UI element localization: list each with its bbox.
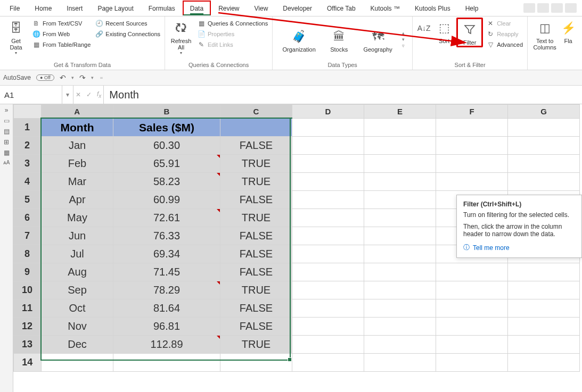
cell-E1[interactable] <box>364 118 436 137</box>
fx-icon[interactable]: fx <box>97 90 101 99</box>
cell-F1[interactable] <box>436 118 508 137</box>
cell-A7[interactable]: Jun <box>41 227 113 245</box>
cell-F9[interactable] <box>436 263 508 281</box>
cell-F11[interactable] <box>436 299 508 318</box>
cell-C2[interactable]: FALSE <box>220 137 292 155</box>
cell-E12[interactable] <box>364 318 436 336</box>
tab-insert[interactable]: Insert <box>59 1 90 15</box>
row-header-5[interactable]: 5 <box>14 191 42 209</box>
cell-A9[interactable]: Aug <box>41 263 113 281</box>
data-types-nav[interactable]: ▴▾▿ <box>402 30 405 48</box>
cell-G14[interactable] <box>508 354 580 372</box>
row-header-10[interactable]: 10 <box>14 281 42 299</box>
cell-D8[interactable] <box>292 245 364 263</box>
row-header-4[interactable]: 4 <box>14 173 42 191</box>
tab-office-tab[interactable]: Office Tab <box>319 1 363 15</box>
cell-E3[interactable] <box>364 155 436 173</box>
cell-G9[interactable] <box>508 263 580 281</box>
cell-B4[interactable]: 58.23 <box>113 173 220 191</box>
cell-B3[interactable]: 65.91 <box>113 155 220 173</box>
cell-D13[interactable] <box>292 336 364 354</box>
cell-D14[interactable] <box>292 354 364 372</box>
enter-icon[interactable]: ✓ <box>86 91 92 98</box>
cell-B11[interactable]: 81.64 <box>113 299 220 318</box>
cell-D12[interactable] <box>292 318 364 336</box>
filter-button[interactable]: Filter <box>459 19 480 46</box>
recent-sources-button[interactable]: 🕘Recent Sources <box>94 19 161 28</box>
row-header-13[interactable]: 13 <box>14 336 42 354</box>
edit-links-button[interactable]: ✎Edit Links <box>196 40 269 49</box>
cell-E6[interactable] <box>364 209 436 227</box>
from-table-range-button[interactable]: ▦From Table/Range <box>31 40 92 49</box>
cell-B10[interactable]: 78.29 <box>113 281 220 299</box>
cell-A4[interactable]: Mar <box>41 173 113 191</box>
qat-dropdown[interactable]: ▾ <box>71 75 74 80</box>
col-header-G[interactable]: G <box>508 105 580 119</box>
cell-C11[interactable]: FALSE <box>220 299 292 318</box>
cell-G2[interactable] <box>508 137 580 155</box>
cell-C6[interactable]: TRUE <box>220 209 292 227</box>
cell-B14[interactable] <box>113 354 220 372</box>
row-header-7[interactable]: 7 <box>14 227 42 245</box>
cell-G4[interactable] <box>508 173 580 191</box>
row-header-6[interactable]: 6 <box>14 209 42 227</box>
cell-F12[interactable] <box>436 318 508 336</box>
cell-C1[interactable] <box>220 118 292 137</box>
cell-D9[interactable] <box>292 263 364 281</box>
cell-A10[interactable]: Sep <box>41 281 113 299</box>
col-header-A[interactable]: A <box>41 105 113 119</box>
cell-B12[interactable]: 96.81 <box>113 318 220 336</box>
cell-F14[interactable] <box>436 354 508 372</box>
sort-button[interactable]: ⬚Sort <box>434 18 454 44</box>
reapply-button[interactable]: ↻Reapply <box>485 29 524 39</box>
cell-E2[interactable] <box>364 137 436 155</box>
get-data-button[interactable]: 🗄 Get Data ▾ <box>3 18 29 55</box>
pane-icon[interactable]: ⊞ <box>4 138 9 146</box>
col-header-C[interactable]: C <box>220 105 292 119</box>
select-all-corner[interactable] <box>14 105 42 119</box>
cell-B2[interactable]: 60.30 <box>113 137 220 155</box>
cancel-icon[interactable]: ✕ <box>76 91 81 98</box>
formula-content[interactable]: Month <box>104 86 582 104</box>
comment-indicator[interactable] <box>217 209 220 212</box>
row-header-12[interactable]: 12 <box>14 318 42 336</box>
cell-A13[interactable]: Dec <box>41 336 113 354</box>
organization-button[interactable]: 🧳Organization <box>281 26 318 53</box>
cell-D5[interactable] <box>292 191 364 209</box>
cell-B13[interactable]: 112.89 <box>113 336 220 354</box>
cell-C13[interactable]: TRUE <box>220 336 292 354</box>
cell-A11[interactable]: Oct <box>41 299 113 318</box>
cell-C5[interactable]: FALSE <box>220 191 292 209</box>
cell-E5[interactable] <box>364 191 436 209</box>
cell-F3[interactable] <box>436 155 508 173</box>
tab-data[interactable]: Data <box>183 1 211 15</box>
cell-B5[interactable]: 60.99 <box>113 191 220 209</box>
comment-indicator[interactable] <box>217 173 220 176</box>
cell-C12[interactable]: FALSE <box>220 318 292 336</box>
geography-button[interactable]: 🗺Geography <box>360 26 396 53</box>
cell-B8[interactable]: 69.34 <box>113 245 220 263</box>
cell-F4[interactable] <box>436 173 508 191</box>
cell-A1[interactable]: Month <box>41 118 113 137</box>
flash-fill-button[interactable]: ⚡Fla <box>561 18 576 44</box>
cell-D3[interactable] <box>292 155 364 173</box>
tab-page-layout[interactable]: Page Layout <box>90 1 141 15</box>
name-box[interactable]: A1 <box>0 86 62 104</box>
comment-indicator[interactable] <box>217 155 220 158</box>
col-header-B[interactable]: B <box>113 105 220 119</box>
tab-kutools-plus[interactable]: Kutools Plus <box>407 1 458 15</box>
refresh-all-button[interactable]: 🗘 Refresh All ▾ <box>168 18 194 55</box>
tell-me-more-link[interactable]: ⓘTell me more <box>463 243 575 252</box>
cell-E9[interactable] <box>364 263 436 281</box>
cell-G12[interactable] <box>508 318 580 336</box>
autosave-toggle[interactable]: ● Off <box>36 74 54 81</box>
cell-G11[interactable] <box>508 299 580 318</box>
text-to-columns-button[interactable]: ◫Text to Columns <box>531 18 559 51</box>
cell-E4[interactable] <box>364 173 436 191</box>
cell-E11[interactable] <box>364 299 436 318</box>
cell-B9[interactable]: 71.45 <box>113 263 220 281</box>
row-header-9[interactable]: 9 <box>14 263 42 281</box>
pane-icon[interactable]: ▤ <box>4 128 10 135</box>
tab-file[interactable]: File <box>2 1 27 15</box>
cell-E10[interactable] <box>364 281 436 299</box>
